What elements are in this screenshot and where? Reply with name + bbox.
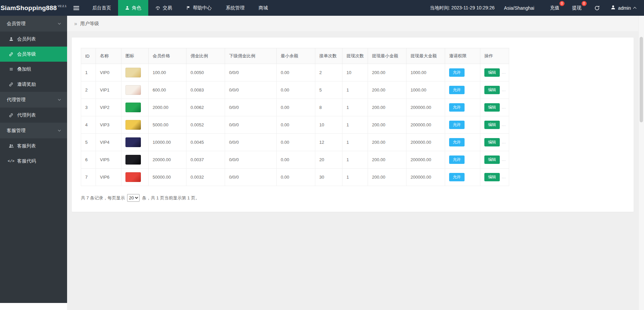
edit-button[interactable]: 编辑 — [484, 68, 500, 77]
hamburger-menu-icon[interactable] — [67, 0, 85, 16]
sidebar-group-agent-management[interactable]: 代理管理 — [0, 92, 67, 108]
nav-item-label: 商城 — [259, 5, 268, 11]
cell-invite-permission: 允许 — [445, 99, 480, 116]
cell-withdraw-min: 200.00 — [368, 151, 407, 169]
sidebar-filler — [0, 169, 67, 303]
sidebar-item-member-list[interactable]: 会员列表 — [0, 32, 67, 47]
cell-withdraw-max: 200000.00 — [407, 151, 445, 169]
vip-icon-image — [125, 68, 141, 77]
cell-icon — [121, 116, 149, 134]
cell-id: 7 — [81, 169, 96, 186]
allow-button[interactable]: 允许 — [449, 138, 465, 146]
more-actions-ellipsis: … — [501, 105, 506, 110]
recharge-button[interactable]: 充值 0 — [544, 0, 566, 16]
sidebar-item-invite-reward[interactable]: 邀请奖励 — [0, 77, 67, 92]
sidebar-item-agent-list[interactable]: 代理列表 — [0, 108, 67, 123]
cell-withdraw-count: 10 — [342, 64, 368, 81]
code-icon: </> — [8, 159, 14, 163]
edit-button[interactable]: 编辑 — [484, 86, 500, 94]
sidebar-group-service-management[interactable]: 客服管理 — [0, 123, 67, 138]
table-row: 3 VIP2 2000.00 0.0062 0/0/0 0.00 8 1 200… — [81, 99, 509, 116]
more-actions-ellipsis: … — [501, 174, 506, 179]
cell-min-balance: 0.00 — [277, 64, 315, 81]
cell-withdraw-count: 1 — [342, 116, 368, 134]
sidebar-item-member-grade[interactable]: 会员等级 — [0, 47, 67, 62]
cell-price: 2000.00 — [149, 99, 186, 116]
more-actions-ellipsis: … — [501, 139, 506, 144]
cell-id: 6 — [81, 151, 96, 169]
cell-invite-permission: 允许 — [445, 134, 480, 151]
sidebar-item-service-code[interactable]: </> 客服代码 — [0, 153, 67, 169]
cell-min-balance: 0.00 — [277, 116, 315, 134]
cell-actions: 编辑… — [480, 151, 509, 169]
withdraw-button[interactable]: 提现 0 — [566, 0, 588, 16]
col-header-withdraw-count: 提现次数 — [342, 48, 368, 64]
cell-order-count: 10 — [315, 116, 342, 134]
edit-button[interactable]: 编辑 — [484, 103, 500, 112]
sidebar-item-stack-group[interactable]: 叠加组 — [0, 62, 67, 77]
nav-item-label: 后台首页 — [92, 5, 111, 11]
sidebar-group-label: 客服管理 — [7, 128, 25, 134]
allow-button[interactable]: 允许 — [449, 173, 465, 181]
sidebar-item-label: 客服列表 — [17, 143, 36, 149]
breadcrumb: » 用户等级 — [67, 16, 644, 32]
nav-item-mall[interactable]: 商城 — [252, 0, 275, 16]
cell-withdraw-count: 1 — [342, 151, 368, 169]
scrollbar-thumb[interactable] — [640, 37, 643, 122]
sidebar-group-label: 会员管理 — [7, 21, 25, 27]
cell-icon — [121, 134, 149, 151]
nav-item-trade[interactable]: 交易 — [148, 0, 179, 16]
allow-button[interactable]: 允许 — [449, 156, 465, 164]
allow-button[interactable]: 允许 — [449, 103, 465, 112]
brand-name: SiamShopping888 — [1, 4, 57, 12]
chevron-down-icon — [58, 129, 61, 131]
allow-button[interactable]: 允许 — [449, 86, 465, 94]
sidebar-item-label: 叠加组 — [17, 66, 31, 72]
link-icon — [8, 52, 14, 57]
nav-item-system[interactable]: 系统管理 — [219, 0, 252, 16]
brand-version: V2.2.1 — [58, 4, 66, 8]
cell-price: 100.00 — [149, 64, 186, 81]
sidebar-group-label: 代理管理 — [7, 97, 25, 103]
vip-icon-image — [125, 155, 141, 165]
flag-icon — [186, 6, 191, 10]
allow-button[interactable]: 允许 — [449, 68, 465, 77]
sidebar-group-member-management[interactable]: 会员管理 — [0, 16, 67, 32]
cell-commission: 0.0062 — [186, 99, 225, 116]
table-row: 4 VIP3 5000.00 0.0052 0/0/0 0.00 10 1 20… — [81, 116, 509, 134]
nav-item-roles[interactable]: 角色 — [118, 0, 148, 16]
user-menu[interactable]: admin — [606, 0, 644, 16]
edit-button[interactable]: 编辑 — [484, 121, 500, 129]
cell-order-count: 12 — [315, 134, 342, 151]
per-page-select[interactable]: 20 — [127, 194, 140, 202]
cell-withdraw-min: 200.00 — [368, 169, 407, 186]
nav-item-help-center[interactable]: 帮助中心 — [179, 0, 219, 16]
refresh-icon[interactable] — [588, 0, 606, 16]
edit-button[interactable]: 编辑 — [484, 138, 500, 146]
col-header-invite-permission: 邀请权限 — [445, 48, 480, 64]
cell-sub-commission: 0/0/0 — [225, 151, 277, 169]
nav-item-label: 交易 — [163, 5, 172, 11]
col-header-icon: 图标 — [121, 48, 149, 64]
cell-withdraw-count: 1 — [342, 169, 368, 186]
list-icon — [8, 67, 14, 71]
user-grade-table: ID 名称 图标 会员价格 佣金比例 下级佣金比例 最小余额 接单次数 提现次数… — [81, 48, 509, 186]
sidebar-item-service-list[interactable]: 客服列表 — [0, 138, 67, 153]
table-row: 6 VIP5 20000.00 0.0037 0/0/0 0.00 20 1 2… — [81, 151, 509, 169]
col-header-withdraw-min: 提现最小金额 — [368, 48, 407, 64]
nav-item-dashboard[interactable]: 后台首页 — [85, 0, 118, 16]
withdraw-badge: 0 — [582, 1, 587, 6]
sidebar-item-label: 会员列表 — [17, 36, 36, 42]
cell-name: VIP4 — [96, 134, 121, 151]
cell-withdraw-count: 1 — [342, 81, 368, 99]
allow-button[interactable]: 允许 — [449, 121, 465, 129]
sidebar-item-label: 代理列表 — [17, 112, 36, 118]
edit-button[interactable]: 编辑 — [484, 173, 500, 181]
table-header-row: ID 名称 图标 会员价格 佣金比例 下级佣金比例 最小余额 接单次数 提现次数… — [81, 48, 509, 64]
cell-commission: 0.0037 — [186, 151, 225, 169]
local-time: 当地时间: 2023-11-29 10:29:26 — [430, 0, 504, 16]
cell-withdraw-min: 200.00 — [368, 64, 407, 81]
people-icon — [8, 144, 14, 148]
edit-button[interactable]: 编辑 — [484, 156, 500, 164]
vertical-scrollbar[interactable] — [638, 16, 644, 310]
